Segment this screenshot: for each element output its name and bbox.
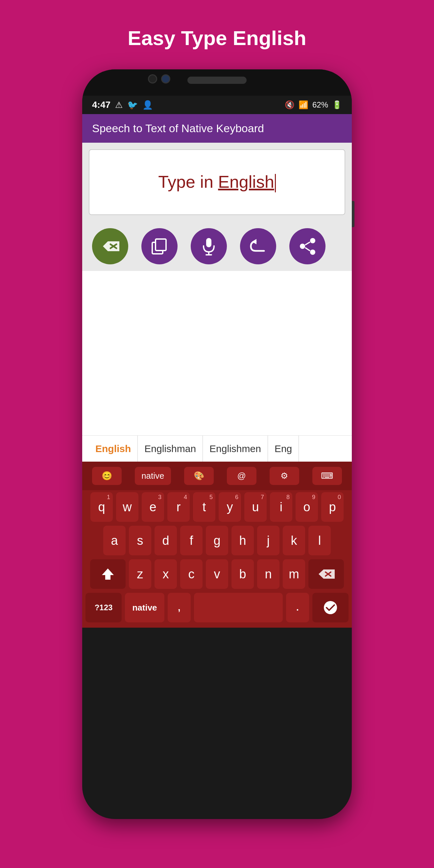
key-d[interactable]: d	[155, 526, 177, 555]
status-bar: 4:47 ⚠ 🐦 👤 🔇 📶 62% 🔋	[82, 96, 352, 114]
period-key[interactable]: .	[286, 593, 309, 622]
key-k[interactable]: k	[283, 526, 305, 555]
undo-icon	[249, 239, 267, 254]
key-o[interactable]: 9o	[296, 492, 318, 522]
text-content: Type in English	[158, 172, 276, 192]
key-b[interactable]: b	[231, 559, 254, 589]
svg-point-9	[310, 250, 315, 255]
backspace-button[interactable]	[92, 228, 128, 265]
app-header: Speech to Text of Native Keyboard	[82, 114, 352, 143]
text-prefix: Type in	[158, 172, 218, 191]
key-w[interactable]: w	[116, 492, 138, 522]
copy-button[interactable]	[142, 228, 178, 265]
native-key[interactable]: native	[135, 467, 170, 485]
white-space-area	[82, 271, 352, 435]
text-input-container[interactable]: Type in English	[89, 149, 345, 215]
theme-key[interactable]: 🎨	[184, 467, 214, 485]
mic-button[interactable]	[191, 228, 227, 265]
front-camera-right	[161, 74, 170, 84]
status-time: 4:47	[92, 100, 111, 110]
phone-top-bar	[82, 69, 352, 96]
signal-icon: 📶	[299, 100, 308, 110]
status-right: 🔇 📶 62% 🔋	[285, 100, 342, 110]
content-area: Type in English	[82, 143, 352, 628]
key-h[interactable]: h	[231, 526, 254, 555]
settings-key[interactable]: ⚙	[270, 467, 299, 485]
key-e[interactable]: 3e	[142, 492, 164, 522]
text-highlighted: English	[218, 172, 274, 191]
svg-line-12	[305, 248, 310, 251]
key-x[interactable]: x	[155, 559, 177, 589]
done-key[interactable]	[312, 593, 348, 622]
key-s[interactable]: s	[129, 526, 151, 555]
backspace-key[interactable]	[308, 559, 344, 589]
key-l[interactable]: l	[308, 526, 331, 555]
native-lang-key[interactable]: native	[125, 593, 164, 622]
person-icon: 👤	[143, 100, 153, 110]
keyboard-row-2: a s d f g h j k l	[82, 524, 352, 557]
suggestion-englishman[interactable]: Englishman	[138, 436, 203, 462]
key-t[interactable]: 5t	[193, 492, 215, 522]
backspace-icon	[101, 240, 119, 253]
keyboard-toolbar: 😊 native 🎨 @ ⚙ ⌨	[82, 462, 352, 490]
alert-icon: ⚠	[115, 100, 123, 110]
space-key[interactable]	[194, 593, 283, 622]
front-camera-left	[148, 74, 157, 84]
svg-rect-14	[105, 577, 111, 578]
key-y[interactable]: 6y	[219, 492, 241, 522]
svg-line-11	[305, 242, 310, 245]
mic-icon	[202, 237, 215, 255]
twitter-icon: 🐦	[127, 100, 138, 110]
key-f[interactable]: f	[180, 526, 203, 555]
action-buttons-row	[82, 222, 352, 271]
keyboard-row-4: ?123 native , .	[82, 591, 352, 624]
copy-icon	[151, 237, 169, 255]
svg-rect-3	[156, 239, 166, 251]
page-title: Easy Type English	[128, 26, 306, 50]
key-u[interactable]: 7u	[244, 492, 267, 522]
key-a[interactable]: a	[103, 526, 126, 555]
key-n[interactable]: n	[257, 559, 279, 589]
key-g[interactable]: g	[206, 526, 228, 555]
key-m[interactable]: m	[283, 559, 305, 589]
phone-speaker	[187, 76, 247, 84]
share-button[interactable]	[289, 228, 326, 265]
key-z[interactable]: z	[129, 559, 151, 589]
phone-volume-button	[352, 201, 354, 227]
keyboard-row-3: z x c v b n m	[82, 557, 352, 591]
key-v[interactable]: v	[206, 559, 228, 589]
status-left: 4:47 ⚠ 🐦 👤	[92, 100, 153, 110]
key-j[interactable]: j	[257, 526, 279, 555]
keyboard-switch-key[interactable]: ⌨	[312, 467, 342, 485]
undo-button[interactable]	[240, 228, 276, 265]
at-key[interactable]: @	[227, 467, 256, 485]
text-cursor	[275, 174, 276, 192]
share-icon	[299, 237, 317, 255]
mute-icon: 🔇	[285, 100, 294, 110]
app-header-title: Speech to Text of Native Keyboard	[92, 122, 264, 134]
shift-key[interactable]	[90, 559, 126, 589]
numbers-key[interactable]: ?123	[86, 593, 122, 622]
suggestion-english[interactable]: English	[89, 436, 138, 462]
suggestions-bar: English Englishman Englishmen Eng	[82, 435, 352, 462]
emoji-key[interactable]: 😊	[92, 467, 122, 485]
keyboard: 😊 native 🎨 @ ⚙ ⌨ 1q w 3e 4r 5t 6y 7u 8i	[82, 462, 352, 628]
key-i[interactable]: 8i	[270, 492, 292, 522]
battery-icon: 🔋	[332, 100, 342, 110]
suggestion-englishmen[interactable]: Englishmen	[203, 436, 268, 462]
suggestion-eng[interactable]: Eng	[268, 436, 299, 462]
keyboard-row-1: 1q w 3e 4r 5t 6y 7u 8i 9o 0p	[82, 490, 352, 524]
battery-label: 62%	[312, 100, 328, 110]
svg-point-10	[300, 244, 305, 249]
comma-key[interactable]: ,	[168, 593, 191, 622]
svg-rect-4	[206, 238, 211, 247]
key-p[interactable]: 0p	[321, 492, 344, 522]
key-r[interactable]: 4r	[167, 492, 190, 522]
key-q[interactable]: 1q	[90, 492, 113, 522]
svg-point-8	[310, 238, 315, 243]
phone-frame: 4:47 ⚠ 🐦 👤 🔇 📶 62% 🔋 Speech to Text of N…	[82, 69, 352, 819]
key-c[interactable]: c	[180, 559, 203, 589]
